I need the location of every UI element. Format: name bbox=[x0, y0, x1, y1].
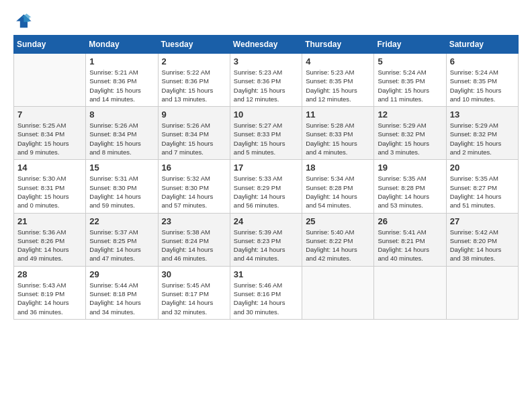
day-number: 17 bbox=[234, 163, 298, 173]
day-number: 25 bbox=[306, 216, 370, 226]
day-number: 31 bbox=[234, 269, 298, 279]
day-info: Sunrise: 5:39 AM Sunset: 8:23 PM Dayligh… bbox=[234, 228, 298, 263]
calendar-day-cell: 23Sunrise: 5:38 AM Sunset: 8:24 PM Dayli… bbox=[158, 213, 230, 266]
calendar-day-cell: 30Sunrise: 5:45 AM Sunset: 8:17 PM Dayli… bbox=[158, 266, 230, 319]
day-info: Sunrise: 5:34 AM Sunset: 8:28 PM Dayligh… bbox=[306, 174, 370, 210]
calendar-week-row: 21Sunrise: 5:36 AM Sunset: 8:26 PM Dayli… bbox=[14, 213, 519, 266]
day-info: Sunrise: 5:38 AM Sunset: 8:24 PM Dayligh… bbox=[162, 228, 226, 263]
calendar-day-cell: 4Sunrise: 5:23 AM Sunset: 8:35 PM Daylig… bbox=[302, 54, 374, 107]
day-of-week-header: Friday bbox=[374, 36, 446, 54]
day-info: Sunrise: 5:28 AM Sunset: 8:33 PM Dayligh… bbox=[306, 121, 370, 156]
day-number: 3 bbox=[234, 56, 298, 66]
day-info: Sunrise: 5:42 AM Sunset: 8:20 PM Dayligh… bbox=[450, 228, 515, 263]
day-number: 12 bbox=[378, 109, 442, 120]
calendar-day-cell: 15Sunrise: 5:31 AM Sunset: 8:30 PM Dayli… bbox=[86, 160, 158, 213]
calendar-day-cell: 1Sunrise: 5:21 AM Sunset: 8:36 PM Daylig… bbox=[86, 54, 158, 107]
calendar-day-cell bbox=[374, 266, 446, 319]
calendar-day-cell: 3Sunrise: 5:23 AM Sunset: 8:36 PM Daylig… bbox=[230, 54, 302, 107]
page-header bbox=[13, 11, 519, 30]
calendar-week-row: 28Sunrise: 5:43 AM Sunset: 8:19 PM Dayli… bbox=[14, 266, 519, 319]
calendar-day-cell: 31Sunrise: 5:46 AM Sunset: 8:16 PM Dayli… bbox=[230, 266, 302, 319]
day-number: 26 bbox=[378, 216, 442, 226]
day-number: 20 bbox=[450, 163, 515, 173]
calendar-day-cell: 26Sunrise: 5:41 AM Sunset: 8:21 PM Dayli… bbox=[374, 213, 446, 266]
logo bbox=[13, 11, 35, 30]
calendar-day-cell: 6Sunrise: 5:24 AM Sunset: 8:35 PM Daylig… bbox=[446, 54, 518, 107]
day-info: Sunrise: 5:45 AM Sunset: 8:17 PM Dayligh… bbox=[162, 281, 226, 316]
day-number: 11 bbox=[306, 109, 370, 120]
calendar-day-cell: 11Sunrise: 5:28 AM Sunset: 8:33 PM Dayli… bbox=[302, 107, 374, 160]
calendar-day-cell: 10Sunrise: 5:27 AM Sunset: 8:33 PM Dayli… bbox=[230, 107, 302, 160]
day-number: 15 bbox=[89, 163, 154, 173]
calendar-table: SundayMondayTuesdayWednesdayThursdayFrid… bbox=[13, 35, 519, 320]
day-info: Sunrise: 5:40 AM Sunset: 8:22 PM Dayligh… bbox=[306, 228, 370, 263]
day-of-week-header: Wednesday bbox=[230, 36, 302, 54]
day-info: Sunrise: 5:36 AM Sunset: 8:26 PM Dayligh… bbox=[17, 228, 82, 263]
calendar-day-cell: 2Sunrise: 5:22 AM Sunset: 8:36 PM Daylig… bbox=[158, 54, 230, 107]
day-info: Sunrise: 5:26 AM Sunset: 8:34 PM Dayligh… bbox=[162, 121, 226, 156]
day-number: 14 bbox=[17, 163, 82, 173]
calendar-day-cell: 16Sunrise: 5:32 AM Sunset: 8:30 PM Dayli… bbox=[158, 160, 230, 213]
calendar-day-cell: 18Sunrise: 5:34 AM Sunset: 8:28 PM Dayli… bbox=[302, 160, 374, 213]
day-info: Sunrise: 5:46 AM Sunset: 8:16 PM Dayligh… bbox=[234, 281, 298, 316]
day-info: Sunrise: 5:23 AM Sunset: 8:35 PM Dayligh… bbox=[306, 68, 370, 103]
day-info: Sunrise: 5:22 AM Sunset: 8:36 PM Dayligh… bbox=[162, 68, 226, 103]
day-of-week-header: Saturday bbox=[446, 36, 518, 54]
day-number: 13 bbox=[450, 109, 515, 120]
calendar-day-cell: 8Sunrise: 5:26 AM Sunset: 8:34 PM Daylig… bbox=[86, 107, 158, 160]
day-number: 22 bbox=[89, 216, 154, 226]
day-number: 9 bbox=[162, 109, 226, 120]
calendar-day-cell: 12Sunrise: 5:29 AM Sunset: 8:32 PM Dayli… bbox=[374, 107, 446, 160]
calendar-week-row: 14Sunrise: 5:30 AM Sunset: 8:31 PM Dayli… bbox=[14, 160, 519, 213]
day-number: 27 bbox=[450, 216, 515, 226]
calendar-day-cell: 29Sunrise: 5:44 AM Sunset: 8:18 PM Dayli… bbox=[86, 266, 158, 319]
calendar-day-cell bbox=[446, 266, 518, 319]
calendar-day-cell: 14Sunrise: 5:30 AM Sunset: 8:31 PM Dayli… bbox=[14, 160, 86, 213]
day-info: Sunrise: 5:29 AM Sunset: 8:32 PM Dayligh… bbox=[450, 121, 515, 156]
day-info: Sunrise: 5:33 AM Sunset: 8:29 PM Dayligh… bbox=[234, 174, 298, 210]
calendar-day-cell: 19Sunrise: 5:35 AM Sunset: 8:28 PM Dayli… bbox=[374, 160, 446, 213]
day-number: 24 bbox=[234, 216, 298, 226]
day-number: 7 bbox=[17, 109, 82, 120]
day-number: 4 bbox=[306, 56, 370, 66]
day-info: Sunrise: 5:32 AM Sunset: 8:30 PM Dayligh… bbox=[162, 174, 226, 210]
day-info: Sunrise: 5:29 AM Sunset: 8:32 PM Dayligh… bbox=[378, 121, 442, 156]
day-info: Sunrise: 5:21 AM Sunset: 8:36 PM Dayligh… bbox=[89, 68, 154, 103]
day-info: Sunrise: 5:41 AM Sunset: 8:21 PM Dayligh… bbox=[378, 228, 442, 263]
day-number: 28 bbox=[17, 269, 82, 279]
day-number: 18 bbox=[306, 163, 370, 173]
day-info: Sunrise: 5:27 AM Sunset: 8:33 PM Dayligh… bbox=[234, 121, 298, 156]
calendar-day-cell: 25Sunrise: 5:40 AM Sunset: 8:22 PM Dayli… bbox=[302, 213, 374, 266]
calendar-day-cell bbox=[14, 54, 86, 107]
day-info: Sunrise: 5:44 AM Sunset: 8:18 PM Dayligh… bbox=[89, 281, 154, 316]
calendar-day-cell: 13Sunrise: 5:29 AM Sunset: 8:32 PM Dayli… bbox=[446, 107, 518, 160]
day-info: Sunrise: 5:25 AM Sunset: 8:34 PM Dayligh… bbox=[17, 121, 82, 156]
day-number: 5 bbox=[378, 56, 442, 66]
day-info: Sunrise: 5:30 AM Sunset: 8:31 PM Dayligh… bbox=[17, 174, 82, 210]
day-number: 21 bbox=[17, 216, 82, 226]
calendar-day-cell: 28Sunrise: 5:43 AM Sunset: 8:19 PM Dayli… bbox=[14, 266, 86, 319]
calendar-day-cell: 27Sunrise: 5:42 AM Sunset: 8:20 PM Dayli… bbox=[446, 213, 518, 266]
calendar-header-row: SundayMondayTuesdayWednesdayThursdayFrid… bbox=[14, 36, 519, 54]
day-info: Sunrise: 5:35 AM Sunset: 8:28 PM Dayligh… bbox=[378, 174, 442, 210]
day-info: Sunrise: 5:43 AM Sunset: 8:19 PM Dayligh… bbox=[17, 281, 82, 316]
day-number: 23 bbox=[162, 216, 226, 226]
day-number: 6 bbox=[450, 56, 515, 66]
day-number: 30 bbox=[162, 269, 226, 279]
day-info: Sunrise: 5:24 AM Sunset: 8:35 PM Dayligh… bbox=[450, 68, 515, 103]
calendar-week-row: 7Sunrise: 5:25 AM Sunset: 8:34 PM Daylig… bbox=[14, 107, 519, 160]
calendar-day-cell: 17Sunrise: 5:33 AM Sunset: 8:29 PM Dayli… bbox=[230, 160, 302, 213]
calendar-day-cell: 24Sunrise: 5:39 AM Sunset: 8:23 PM Dayli… bbox=[230, 213, 302, 266]
day-info: Sunrise: 5:35 AM Sunset: 8:27 PM Dayligh… bbox=[450, 174, 515, 210]
day-info: Sunrise: 5:23 AM Sunset: 8:36 PM Dayligh… bbox=[234, 68, 298, 103]
calendar-day-cell: 20Sunrise: 5:35 AM Sunset: 8:27 PM Dayli… bbox=[446, 160, 518, 213]
day-number: 1 bbox=[89, 56, 154, 66]
calendar-day-cell bbox=[302, 266, 374, 319]
day-of-week-header: Thursday bbox=[302, 36, 374, 54]
day-number: 2 bbox=[162, 56, 226, 66]
logo-icon bbox=[13, 11, 32, 30]
day-info: Sunrise: 5:37 AM Sunset: 8:25 PM Dayligh… bbox=[89, 228, 154, 263]
calendar-day-cell: 22Sunrise: 5:37 AM Sunset: 8:25 PM Dayli… bbox=[86, 213, 158, 266]
day-number: 19 bbox=[378, 163, 442, 173]
calendar-day-cell: 9Sunrise: 5:26 AM Sunset: 8:34 PM Daylig… bbox=[158, 107, 230, 160]
